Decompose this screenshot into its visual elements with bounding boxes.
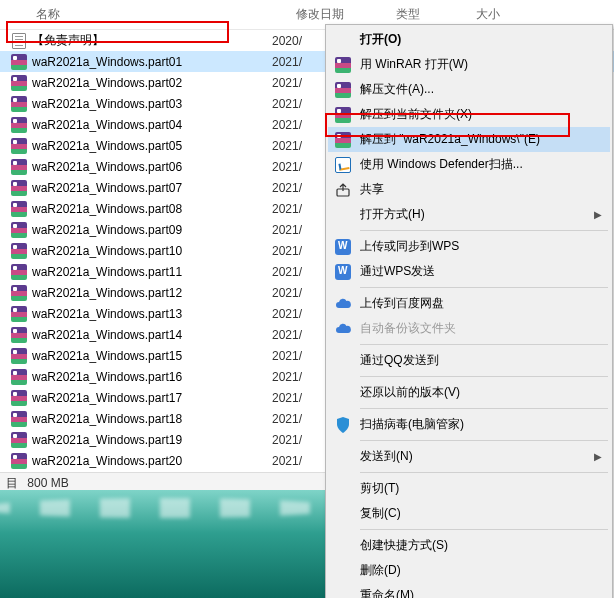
blank-icon bbox=[332, 352, 354, 370]
file-name: waR2021a_Windows.part20 bbox=[32, 454, 272, 468]
rar-file-icon bbox=[10, 116, 28, 134]
file-name: waR2021a_Windows.part19 bbox=[32, 433, 272, 447]
menu-item-label: 重命名(M) bbox=[360, 587, 602, 598]
menu-item-label: 创建快捷方式(S) bbox=[360, 537, 602, 554]
status-bar: 目 800 MB bbox=[0, 472, 325, 490]
menu-item[interactable]: 发送到(N)▶ bbox=[328, 444, 610, 469]
menu-item: 自动备份该文件夹 bbox=[328, 316, 610, 341]
file-name: waR2021a_Windows.part03 bbox=[32, 97, 272, 111]
rar-file-icon bbox=[10, 53, 28, 71]
rar-file-icon bbox=[10, 179, 28, 197]
menu-item[interactable]: 创建快捷方式(S) bbox=[328, 533, 610, 558]
rar-icon bbox=[332, 106, 354, 124]
rar-file-icon bbox=[10, 200, 28, 218]
menu-item[interactable]: 用 WinRAR 打开(W) bbox=[328, 52, 610, 77]
blank-icon bbox=[332, 480, 354, 498]
menu-item[interactable]: 解压文件(A)... bbox=[328, 77, 610, 102]
file-name: 【免责声明】 bbox=[32, 32, 272, 49]
menu-item-label: 解压到 "waR2021a_Windows\"(E) bbox=[360, 131, 602, 148]
menu-item[interactable]: 重命名(M) bbox=[328, 583, 610, 598]
rar-file-icon bbox=[10, 305, 28, 323]
file-name: waR2021a_Windows.part01 bbox=[32, 55, 272, 69]
status-label: 目 bbox=[6, 476, 18, 490]
rar-file-icon bbox=[10, 284, 28, 302]
menu-item[interactable]: 通过WPS发送 bbox=[328, 259, 610, 284]
menu-separator bbox=[360, 344, 608, 345]
desktop-background bbox=[0, 490, 325, 598]
file-name: waR2021a_Windows.part06 bbox=[32, 160, 272, 174]
menu-item-label: 打开方式(H) bbox=[360, 206, 594, 223]
menu-item-label: 解压文件(A)... bbox=[360, 81, 602, 98]
menu-item[interactable]: 删除(D) bbox=[328, 558, 610, 583]
header-size[interactable]: 大小 bbox=[468, 4, 548, 25]
submenu-arrow-icon: ▶ bbox=[594, 209, 602, 220]
blank-icon bbox=[332, 206, 354, 224]
rar-icon bbox=[332, 131, 354, 149]
menu-item-label: 用 WinRAR 打开(W) bbox=[360, 56, 602, 73]
cloud-icon bbox=[332, 320, 354, 338]
menu-separator bbox=[360, 287, 608, 288]
rar-file-icon bbox=[10, 263, 28, 281]
shield-icon bbox=[332, 156, 354, 174]
rar-file-icon bbox=[10, 221, 28, 239]
menu-item[interactable]: 上传到百度网盘 bbox=[328, 291, 610, 316]
menu-item[interactable]: 打开方式(H)▶ bbox=[328, 202, 610, 227]
file-name: waR2021a_Windows.part05 bbox=[32, 139, 272, 153]
file-name: waR2021a_Windows.part13 bbox=[32, 307, 272, 321]
menu-item[interactable]: 扫描病毒(电脑管家) bbox=[328, 412, 610, 437]
menu-item[interactable]: 剪切(T) bbox=[328, 476, 610, 501]
header-type[interactable]: 类型 bbox=[388, 4, 468, 25]
menu-item[interactable]: 还原以前的版本(V) bbox=[328, 380, 610, 405]
rar-file-icon bbox=[10, 347, 28, 365]
menu-separator bbox=[360, 440, 608, 441]
wps-icon bbox=[332, 263, 354, 281]
blank-icon bbox=[332, 562, 354, 580]
menu-item[interactable]: 解压到当前文件夹(X) bbox=[328, 102, 610, 127]
menu-item-label: 还原以前的版本(V) bbox=[360, 384, 602, 401]
header-date[interactable]: 修改日期 bbox=[288, 4, 388, 25]
file-name: waR2021a_Windows.part17 bbox=[32, 391, 272, 405]
file-name: waR2021a_Windows.part08 bbox=[32, 202, 272, 216]
menu-item-label: 通过WPS发送 bbox=[360, 263, 602, 280]
menu-item[interactable]: 复制(C) bbox=[328, 501, 610, 526]
menu-item-label: 剪切(T) bbox=[360, 480, 602, 497]
menu-item-label: 复制(C) bbox=[360, 505, 602, 522]
menu-separator bbox=[360, 376, 608, 377]
menu-item-label: 上传或同步到WPS bbox=[360, 238, 602, 255]
menu-item[interactable]: 解压到 "waR2021a_Windows\"(E) bbox=[328, 127, 610, 152]
file-name: waR2021a_Windows.part04 bbox=[32, 118, 272, 132]
menu-item-label: 自动备份该文件夹 bbox=[360, 320, 602, 337]
rar-file-icon bbox=[10, 410, 28, 428]
rar-icon bbox=[332, 56, 354, 74]
menu-item-label: 扫描病毒(电脑管家) bbox=[360, 416, 602, 433]
submenu-arrow-icon: ▶ bbox=[594, 451, 602, 462]
blank-icon bbox=[332, 31, 354, 49]
menu-item-label: 解压到当前文件夹(X) bbox=[360, 106, 602, 123]
file-name: waR2021a_Windows.part18 bbox=[32, 412, 272, 426]
menu-separator bbox=[360, 472, 608, 473]
context-menu: 打开(O)用 WinRAR 打开(W)解压文件(A)...解压到当前文件夹(X)… bbox=[325, 24, 613, 598]
blank-icon bbox=[332, 587, 354, 599]
menu-separator bbox=[360, 529, 608, 530]
wps-icon bbox=[332, 238, 354, 256]
header-name[interactable]: 名称 bbox=[28, 4, 288, 25]
file-name: waR2021a_Windows.part12 bbox=[32, 286, 272, 300]
menu-item[interactable]: 上传或同步到WPS bbox=[328, 234, 610, 259]
menu-item[interactable]: 打开(O) bbox=[328, 27, 610, 52]
rar-file-icon bbox=[10, 431, 28, 449]
menu-item[interactable]: 通过QQ发送到 bbox=[328, 348, 610, 373]
status-size: 800 MB bbox=[27, 476, 68, 490]
rar-file-icon bbox=[10, 368, 28, 386]
rar-file-icon bbox=[10, 242, 28, 260]
share-icon bbox=[332, 181, 354, 199]
menu-item[interactable]: 共享 bbox=[328, 177, 610, 202]
file-name: waR2021a_Windows.part07 bbox=[32, 181, 272, 195]
menu-item[interactable]: 使用 Windows Defender扫描... bbox=[328, 152, 610, 177]
menu-item-label: 发送到(N) bbox=[360, 448, 594, 465]
menu-item-label: 删除(D) bbox=[360, 562, 602, 579]
rar-icon bbox=[332, 81, 354, 99]
menu-item-label: 通过QQ发送到 bbox=[360, 352, 602, 369]
menu-item-label: 使用 Windows Defender扫描... bbox=[360, 156, 602, 173]
file-name: waR2021a_Windows.part15 bbox=[32, 349, 272, 363]
file-name: waR2021a_Windows.part10 bbox=[32, 244, 272, 258]
